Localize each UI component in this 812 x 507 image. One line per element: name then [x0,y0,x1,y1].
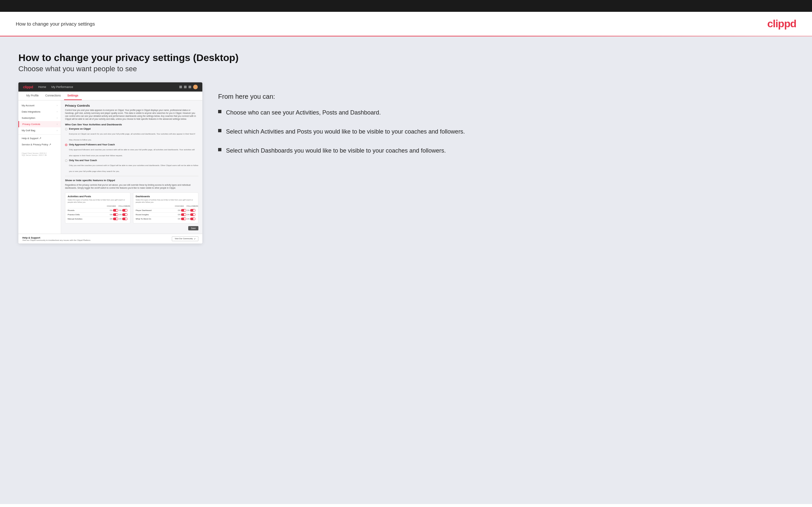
pd-coaches-on-label: ON [178,209,180,211]
radio-followers[interactable] [65,144,67,146]
sidebar-label-data: Data Integrations [22,110,40,113]
d-followers-col-label: FOLLOWERS [187,205,196,207]
save-row: Save [65,226,198,230]
ri-followers-toggle[interactable] [190,213,195,216]
toggle-label-manual: Manual Activities [68,218,109,220]
bullet-text-3: Select which Dashboards you would like t… [226,146,446,155]
from-here-label: From here you can: [218,93,794,100]
ww-followers-toggle[interactable] [190,218,195,220]
manual-followers-on-label: ON [119,218,121,220]
manual-coaches-on-label: ON [110,218,112,220]
rounds-followers-toggle[interactable] [122,209,128,212]
sub-nav-connections[interactable]: Connections [42,92,64,100]
top-bar [0,0,812,12]
toggle-label-round-insights: Round Insights [136,214,177,216]
dashboards-panel-desc: Select the types of activity that you'd … [136,199,196,204]
radio-desc-everyone: Everyone on Clippd can search for you an… [69,133,195,141]
radio-item-followers[interactable]: Only Approved Followers and Your Coach O… [65,144,198,158]
chevron-right-icon: › [57,123,57,125]
bullet-square-1 [218,110,221,113]
footer: Copyright Clippd 2022 [0,504,812,507]
ww-followers-on-label: ON [187,218,190,220]
coaches-col-label: COACHES [107,205,116,207]
radio-label-followers: Only Approved Followers and Your Coach [69,144,198,146]
manual-coaches-toggle[interactable] [113,218,118,220]
save-button[interactable]: Save [188,226,198,230]
ri-coaches-toggle[interactable] [181,213,186,216]
rounds-coaches-toggle-group: ON [109,209,118,212]
chevron-right-icon: › [57,129,57,131]
sidebar-item-help[interactable]: Help & Support ↗ [18,135,61,142]
sidebar-item-data[interactable]: Data Integrations › [18,109,61,115]
manual-coaches-toggle-group: ON [109,218,118,220]
bullet-square-3 [218,148,221,151]
drills-followers-on-label: ON [119,214,121,216]
right-info-panel: From here you can: Choose who can see yo… [218,82,794,155]
sidebar-item-golfbag[interactable]: My Golf Bag › [18,127,61,133]
sub-nav-settings[interactable]: Settings [64,92,82,100]
grid-icon [184,86,187,88]
ww-coaches-toggle[interactable] [181,218,186,220]
drills-coaches-toggle[interactable] [113,213,118,216]
toggle-row-rounds: Rounds ON ON [68,208,128,212]
ww-coaches-on-label: ON [178,218,180,220]
help-desc: Visit our Clippd community to troublesho… [22,239,91,241]
radio-desc-coach: Only you and the coaches you connect wit… [69,164,198,172]
manual-followers-toggle-group: ON [118,218,128,220]
main-content: How to change your privacy settings (Des… [0,37,812,504]
toggle-row-drills: Practice Drills ON ON [68,212,128,217]
radio-content-followers: Only Approved Followers and Your Coach O… [69,144,198,158]
pd-coaches-toggle[interactable] [181,209,186,212]
radio-group-visibility: Everyone on Clippd Everyone on Clippd ca… [65,128,198,173]
external-link-icon: ↗ [194,238,195,240]
ww-followers-toggle-group: ON [187,218,196,220]
toggle-label-player-dash: Player Dashboard [136,209,177,211]
ww-coaches-toggle-group: ON [177,218,187,220]
visit-community-label: Visit Our Community [175,238,193,239]
radio-item-coach[interactable]: Only You and Your Coach Only you and the… [65,159,198,173]
toggle-label-what-to-work: What To Work On [136,218,177,220]
settings-icon [189,86,191,88]
pd-followers-toggle[interactable] [190,209,195,212]
content-layout: clippd Home My Performance My Profile Co… [18,82,794,243]
sub-nav-profile[interactable]: My Profile [23,92,42,100]
radio-desc-followers: Only approved followers and coaches you … [69,149,195,157]
pd-followers-toggle-group: ON [187,209,196,212]
rounds-coaches-toggle[interactable] [113,209,118,212]
drills-coaches-toggle-group: ON [109,213,118,216]
dashboards-panel-title: Dashboards [136,195,196,198]
rounds-followers-on-label: ON [119,209,121,211]
radio-everyone[interactable] [65,128,67,130]
bullet-text-1: Choose who can see your Activities, Post… [226,108,381,117]
radio-coach[interactable] [65,160,67,162]
radio-item-everyone[interactable]: Everyone on Clippd Everyone on Clippd ca… [65,128,198,142]
dashboards-panel: Dashboards Select the types of activity … [133,192,198,223]
visit-community-button[interactable]: Visit Our Community ↗ [172,236,198,241]
chevron-right-icon: › [57,111,57,113]
sidebar-item-privacy[interactable]: Privacy Controls › [18,121,61,127]
toggle-label-rounds: Rounds [68,209,109,211]
bullet-square-2 [218,129,221,132]
ri-coaches-on-label: ON [178,214,180,216]
mockup-navbar: clippd Home My Performance [18,82,202,92]
clippd-logo: clippd [767,18,796,30]
toggle-row-player-dash: Player Dashboard ON ON [136,208,196,212]
bullet-item-1: Choose who can see your Activities, Post… [218,108,794,117]
manual-followers-toggle[interactable] [122,218,128,220]
radio-label-coach: Only You and Your Coach [69,159,198,161]
help-title: Help & Support [22,236,91,239]
header: How to change your privacy settings clip… [0,12,812,36]
activities-panel-desc: Select the types of activity that you'd … [68,199,128,204]
toggle-row-round-insights: Round Insights ON ON [136,212,196,217]
ri-followers-on-label: ON [187,214,190,216]
radio-content-everyone: Everyone on Clippd Everyone on Clippd ca… [69,128,198,142]
ri-followers-toggle-group: ON [187,213,196,216]
sidebar-item-account[interactable]: My Account › [18,102,61,109]
sidebar-item-subscription[interactable]: Subscription › [18,115,61,121]
sidebar-item-service[interactable]: Service & Privacy Policy ↗ [18,142,61,148]
dashboards-toggle-header: COACHES FOLLOWERS [136,205,196,207]
help-text-block: Help & Support Visit our Clippd communit… [22,236,91,241]
bullet-item-2: Select which Activities and Posts you wo… [218,127,794,136]
drills-followers-toggle[interactable] [122,213,128,216]
pd-followers-on-label: ON [187,209,190,211]
